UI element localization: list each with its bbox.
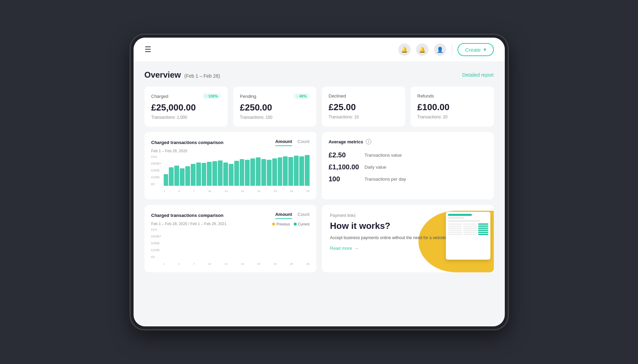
- avg-title: Average metrics: [329, 139, 363, 144]
- chart1-bars: £1m £500k+ £250k £100k £0 14710131620232…: [151, 155, 310, 193]
- stat-card-charged: Charged ↑ 100% £25,000.00 Transactions: …: [145, 87, 228, 127]
- chart1-bars-area: [164, 155, 310, 186]
- badge-charged: ↑ 100%: [203, 93, 221, 99]
- bell-icon[interactable]: 🔔: [416, 43, 428, 56]
- bar: [180, 168, 185, 186]
- x-label: 7: [193, 262, 195, 265]
- device-frame: ☰ 🔔 🔔 👤 Create ▾ Overview (Feb 1 – Feb 2…: [131, 35, 508, 329]
- badge-pending: ↑ 40%: [293, 93, 310, 99]
- x-label: 10: [208, 190, 211, 193]
- chart1-subtitle: Feb 1 – Feb 28, 2020: [151, 149, 310, 153]
- bar: [174, 166, 179, 186]
- metric-label-3: Transactions per day: [364, 177, 487, 182]
- charts-bottom-row: Charged transactions comparison Amount C…: [145, 205, 494, 272]
- metrics-grid: £2.50 Transactions value £1,100.00 Daily…: [329, 151, 487, 183]
- chart2-legend: Previous Current: [272, 222, 309, 226]
- stat-amount-declined: £25.00: [329, 102, 398, 113]
- bar: [207, 162, 212, 186]
- stat-card-pending: Pending ↑ 40% £250.00 Transactions: 100: [233, 87, 316, 127]
- chart1-tabs: Amount Count: [275, 139, 310, 146]
- header-right: 🔔 🔔 👤 Create ▾: [398, 43, 493, 56]
- divider: [452, 44, 452, 55]
- bar: [278, 157, 283, 186]
- legend-curr-dot: [294, 223, 297, 225]
- chart2-tabs: Amount Count: [275, 212, 310, 219]
- stat-amount-charged: £25,000.00: [151, 102, 221, 113]
- stat-transactions-pending: Transactions: 100: [240, 115, 310, 120]
- user-icon[interactable]: 👤: [434, 43, 446, 56]
- page-title: Overview: [145, 70, 181, 80]
- chart1-tab-amount[interactable]: Amount: [275, 139, 292, 146]
- header: ☰ 🔔 🔔 👤 Create ▾: [134, 38, 505, 62]
- hamburger-menu[interactable]: ☰: [145, 45, 151, 54]
- chart1-title: Charged transactions comparison: [151, 140, 224, 145]
- stat-transactions-refunds: Transactions: 20: [417, 115, 487, 119]
- metric-label-1: Transactions value: [364, 153, 487, 158]
- x-label: 23: [274, 190, 277, 193]
- stat-card-declined: Declined £25.00 Transactions: 10: [322, 87, 405, 127]
- metric-value-3: 100: [329, 175, 359, 183]
- bar: [218, 160, 223, 186]
- date-range: (Feb 1 – Feb 28): [184, 73, 220, 79]
- stat-label-refunds: Refunds: [417, 93, 434, 99]
- x-label: 26: [290, 262, 293, 265]
- chart2-y-axis: £1m £500k+ £250k £100k £0: [151, 228, 162, 259]
- chart-card-1: Charged transactions comparison Amount C…: [145, 132, 316, 199]
- x-label: 4: [178, 262, 180, 265]
- legend-prev-dot: [272, 223, 275, 225]
- chart1-tab-count[interactable]: Count: [298, 139, 310, 146]
- overview-title: Overview (Feb 1 – Feb 28): [145, 70, 220, 80]
- chart2-tab-amount[interactable]: Amount: [275, 212, 292, 219]
- bar: [288, 157, 293, 186]
- avg-metrics-card: Average metrics i £2.50 Transactions val…: [322, 132, 494, 199]
- create-button[interactable]: Create ▾: [458, 43, 493, 56]
- legend-prev-label: Previous: [276, 222, 290, 226]
- x-label: 10: [208, 262, 211, 265]
- bar: [223, 162, 228, 186]
- charts-top-row: Charged transactions comparison Amount C…: [145, 132, 494, 199]
- arrow-icon: →: [354, 246, 359, 251]
- bar: [299, 156, 304, 186]
- x-label: 1: [164, 190, 165, 193]
- x-label: 23: [274, 262, 277, 265]
- bar: [229, 164, 234, 186]
- chart2-title: Charged transactions comparison: [151, 213, 224, 218]
- bar: [169, 167, 174, 186]
- read-more-label: Read more: [330, 246, 352, 251]
- bar: [240, 159, 245, 186]
- bar: [305, 155, 310, 186]
- legend-curr-label: Current: [298, 222, 309, 226]
- chart2-tab-count[interactable]: Count: [298, 212, 310, 219]
- payment-links-card: Payment links How it works? Accept busin…: [322, 205, 494, 272]
- x-label: 16: [241, 262, 244, 265]
- detailed-report-link[interactable]: Detailed report: [462, 72, 494, 78]
- bar: [267, 160, 272, 186]
- chart2-bars-area: [164, 228, 310, 259]
- stat-amount-refunds: £100.00: [417, 102, 487, 113]
- stat-label-charged: Charged: [151, 94, 168, 99]
- bar: [256, 157, 261, 186]
- bar: [245, 160, 250, 186]
- bar: [196, 162, 201, 186]
- metric-label-2: Daily value: [364, 165, 487, 170]
- x-label: 20: [257, 262, 260, 265]
- main-content: Overview (Feb 1 – Feb 28) Detailed repor…: [134, 62, 505, 326]
- info-icon[interactable]: i: [366, 139, 371, 144]
- x-label: 4: [178, 190, 180, 193]
- stats-row: Charged ↑ 100% £25,000.00 Transactions: …: [145, 87, 494, 127]
- chart1-x-axis: 14710131620232628: [164, 190, 310, 193]
- metric-value-2: £1,100.00: [329, 163, 359, 171]
- bar: [250, 158, 255, 186]
- mockup-screen: [446, 212, 490, 260]
- x-label: 26: [290, 190, 293, 193]
- chart2-bars: £1m £500k+ £250k £100k £0 14710131620232…: [151, 228, 310, 265]
- bar: [164, 174, 168, 186]
- chart2-x-axis: 14710131620232628: [164, 262, 310, 265]
- x-label: 13: [224, 190, 227, 193]
- bar: [234, 161, 239, 186]
- stat-label-declined: Declined: [329, 93, 346, 99]
- x-label: 16: [241, 190, 244, 193]
- notifications-icon[interactable]: 🔔: [398, 43, 411, 56]
- device-inner: ☰ 🔔 🔔 👤 Create ▾ Overview (Feb 1 – Feb 2…: [134, 38, 505, 326]
- metric-value-1: £2.50: [329, 151, 359, 159]
